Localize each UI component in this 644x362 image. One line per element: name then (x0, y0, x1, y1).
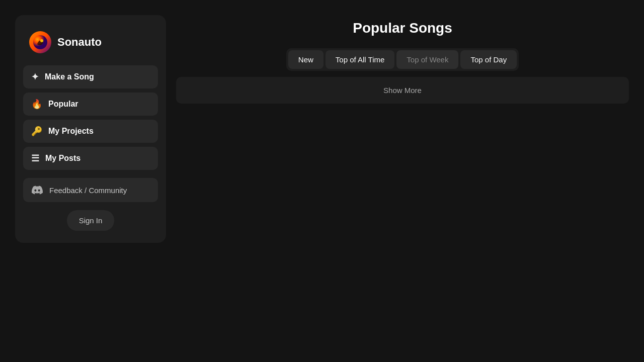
sidebar-item-label-popular: Popular (48, 100, 78, 109)
app-name: Sonauto (57, 36, 102, 49)
sidebar-item-label-make-a-song: Make a Song (45, 72, 94, 81)
app-layout: Sonauto ✦ Make a Song 🔥 Popular 🔑 My Pro… (0, 0, 644, 362)
svg-point-1 (40, 39, 43, 42)
sidebar-item-make-a-song[interactable]: ✦ Make a Song (23, 65, 158, 88)
app-logo-icon (29, 31, 51, 53)
sidebar-item-label-my-projects: My Projects (48, 127, 94, 136)
sidebar: Sonauto ✦ Make a Song 🔥 Popular 🔑 My Pro… (15, 15, 166, 243)
discord-icon (31, 184, 43, 196)
tab-new[interactable]: New (288, 50, 324, 69)
tab-top-all-time[interactable]: Top of All Time (326, 50, 395, 69)
feedback-community-label: Feedback / Community (49, 186, 127, 195)
sidebar-item-my-projects[interactable]: 🔑 My Projects (23, 120, 158, 143)
make-song-icon: ✦ (31, 71, 39, 82)
tab-top-week[interactable]: Top of Week (396, 50, 458, 69)
show-more-button[interactable]: Show More (176, 77, 629, 104)
sign-in-button[interactable]: Sign In (67, 210, 115, 231)
feedback-community-item[interactable]: Feedback / Community (23, 178, 158, 202)
logo-area: Sonauto (23, 27, 158, 57)
tab-top-day[interactable]: Top of Day (460, 50, 517, 69)
my-projects-icon: 🔑 (31, 126, 42, 137)
sidebar-item-my-posts[interactable]: ☰ My Posts (23, 147, 158, 170)
my-posts-icon: ☰ (31, 153, 39, 164)
main-content: Popular Songs New Top of All Time Top of… (176, 15, 629, 347)
page-title: Popular Songs (176, 20, 629, 36)
sidebar-item-popular[interactable]: 🔥 Popular (23, 93, 158, 116)
sidebar-item-label-my-posts: My Posts (45, 154, 80, 163)
tabs-container: New Top of All Time Top of Week Top of D… (286, 48, 519, 71)
popular-icon: 🔥 (31, 99, 42, 110)
